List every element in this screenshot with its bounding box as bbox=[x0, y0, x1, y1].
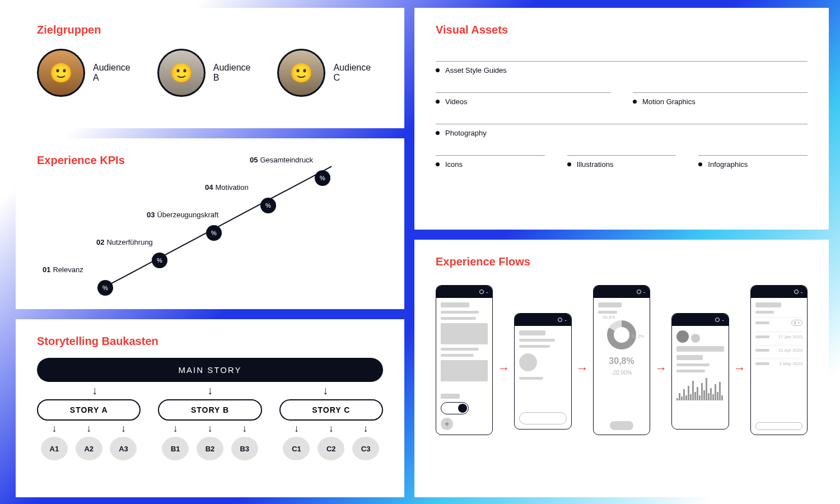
visual-asset-item: Infographics bbox=[698, 155, 808, 169]
visual-asset-item: Videos bbox=[436, 92, 610, 106]
experience-flows-card: Experience Flows - + → - bbox=[414, 240, 829, 497]
arrow-down-icon: ↓ bbox=[329, 423, 334, 435]
menu-icon: - bbox=[801, 289, 802, 295]
visual-asset-item: Icons bbox=[436, 155, 545, 169]
search-icon bbox=[558, 318, 562, 322]
phone-mock-1: - + bbox=[436, 285, 493, 435]
kpi-node-2: % bbox=[152, 253, 167, 268]
arrow-down-icon: ↓ bbox=[207, 423, 212, 435]
flow-arrow-icon: → bbox=[576, 361, 589, 376]
menu-icon: - bbox=[722, 317, 724, 323]
story-col-c: STORY C ↓↓↓ C1 C2 C3 bbox=[279, 399, 383, 460]
sub-node: A1 bbox=[41, 437, 68, 460]
arrow-down-icon: ↓ bbox=[52, 423, 57, 435]
flow-arrow-icon: → bbox=[655, 361, 667, 376]
visual-assets-card: Visual Assets Asset Style Guides Videos … bbox=[414, 8, 829, 230]
pill-input-icon bbox=[519, 412, 566, 424]
kpi-node-5: % bbox=[315, 170, 330, 186]
kpi-label-4: 04Motivation bbox=[205, 183, 249, 192]
arrow-down-icon: ↓ bbox=[207, 384, 213, 397]
phone-mock-2: - bbox=[514, 313, 571, 430]
menu-icon: - bbox=[486, 289, 488, 295]
menu-icon: - bbox=[564, 317, 566, 323]
arrow-down-icon: ↓ bbox=[92, 384, 97, 397]
arrow-down-icon: ↓ bbox=[363, 423, 368, 435]
sub-node: C2 bbox=[318, 437, 344, 460]
visual-asset-item: Motion Graphics bbox=[633, 92, 808, 106]
sub-node: B3 bbox=[231, 437, 258, 460]
audience-label: Audience A bbox=[93, 63, 130, 83]
flow-arrow-icon: → bbox=[734, 361, 746, 376]
flow-arrow-icon: → bbox=[497, 361, 510, 376]
main-story-pill: MAIN STORY bbox=[37, 358, 383, 382]
story-row: STORY A ↓↓↓ A1 A2 A3 STORY B ↓↓↓ B1 B2 B… bbox=[37, 399, 383, 460]
visual-title: Visual Assets bbox=[436, 24, 808, 36]
list-date: 17 Jan 2023 bbox=[778, 334, 802, 339]
search-icon bbox=[794, 290, 799, 294]
sub-node: A2 bbox=[76, 437, 102, 460]
kpis-title: Experience KPIs bbox=[37, 154, 383, 167]
story-col-b: STORY B ↓↓↓ B1 B2 B3 bbox=[158, 399, 262, 460]
kpis-card: Experience KPIs % % % % % 01Relevanz 02N… bbox=[16, 138, 404, 309]
zielgruppen-card: Zielgruppen 🙂 Audience A 🙂 Audience B 🙂 … bbox=[16, 8, 404, 128]
kpi-label-2: 02Nutzerführung bbox=[96, 238, 153, 246]
flow-row: - + → - bbox=[436, 285, 808, 435]
sub-node: B1 bbox=[162, 437, 189, 460]
zielgruppen-title: Zielgruppen bbox=[37, 24, 383, 36]
kpi-node-1: % bbox=[97, 280, 113, 296]
audience-a: 🙂 Audience A bbox=[37, 49, 130, 97]
visual-asset-item: Illustrations bbox=[567, 155, 676, 169]
story-pill: STORY B bbox=[158, 399, 262, 421]
story-col-a: STORY A ↓↓↓ A1 A2 A3 bbox=[37, 399, 141, 460]
arrow-down-icon: ↓ bbox=[173, 423, 178, 435]
donut-top-label: 30,8% bbox=[603, 315, 615, 320]
avatar: 🙂 bbox=[37, 49, 85, 97]
arrow-down-icon: ↓ bbox=[294, 423, 299, 435]
kpi-label-1: 01Relevanz bbox=[43, 265, 83, 274]
sub-node: A3 bbox=[110, 437, 137, 460]
plus-icon: + bbox=[441, 418, 453, 430]
list-date: 3 May 2023 bbox=[779, 361, 802, 366]
search-icon bbox=[479, 290, 484, 294]
menu-icon: - bbox=[643, 289, 645, 295]
sub-node: C3 bbox=[352, 437, 379, 460]
visual-asset-item: Asset Style Guides bbox=[436, 61, 808, 74]
story-pill: STORY A bbox=[37, 399, 141, 421]
audience-label: Audience B bbox=[213, 63, 251, 83]
kpi-node-3: % bbox=[206, 225, 222, 241]
donut-percent: 30,8% bbox=[598, 356, 645, 366]
donut-sub: -20,90% bbox=[598, 370, 645, 376]
kpi-stage: % % % % % 01Relevanz 02Nutzerführung 03Ü… bbox=[37, 177, 384, 309]
list-date: 21 Apr 2023 bbox=[778, 348, 802, 353]
arrow-row: ↓↓↓ bbox=[37, 384, 383, 397]
kpi-node-4: % bbox=[260, 198, 276, 213]
donut-right-label: 67,2% bbox=[632, 334, 645, 339]
arrow-down-icon: ↓ bbox=[242, 423, 247, 435]
bar-chart-icon bbox=[676, 376, 724, 400]
storytelling-card: Storytelling Baukasten MAIN STORY ↓↓↓ ST… bbox=[16, 319, 404, 497]
story-title: Storytelling Baukasten bbox=[37, 335, 383, 348]
sub-node: C1 bbox=[283, 437, 310, 460]
phone-mock-5: - £ + 17 Jan 2023 21 Apr 2023 3 May 2023 bbox=[750, 285, 808, 435]
arrow-down-icon: ↓ bbox=[323, 384, 328, 397]
flows-title: Experience Flows bbox=[436, 255, 808, 268]
audience-b: 🙂 Audience B bbox=[157, 49, 251, 97]
kpi-label-3: 03Überzeugungskraft bbox=[147, 211, 218, 219]
slider-icon bbox=[755, 422, 802, 430]
story-pill: STORY C bbox=[279, 399, 383, 421]
phone-mock-4: - bbox=[671, 313, 729, 430]
avatar: 🙂 bbox=[277, 49, 325, 97]
kpi-label-5: 05Gesamteindruck bbox=[250, 156, 313, 164]
tag: £ + bbox=[791, 320, 802, 326]
toggle-icon bbox=[441, 402, 469, 414]
arrow-down-icon: ↓ bbox=[86, 423, 91, 435]
audience-label: Audience C bbox=[333, 63, 371, 83]
arrow-down-icon: ↓ bbox=[121, 423, 126, 435]
visual-asset-item: Photography bbox=[436, 124, 808, 137]
audience-row: 🙂 Audience A 🙂 Audience B 🙂 Audience C bbox=[37, 49, 383, 97]
visual-asset-list: Asset Style Guides Videos Motion Graphic… bbox=[436, 61, 808, 169]
audience-c: 🙂 Audience C bbox=[277, 49, 371, 97]
search-icon bbox=[715, 318, 720, 322]
search-icon bbox=[637, 290, 641, 294]
avatar: 🙂 bbox=[157, 49, 206, 97]
